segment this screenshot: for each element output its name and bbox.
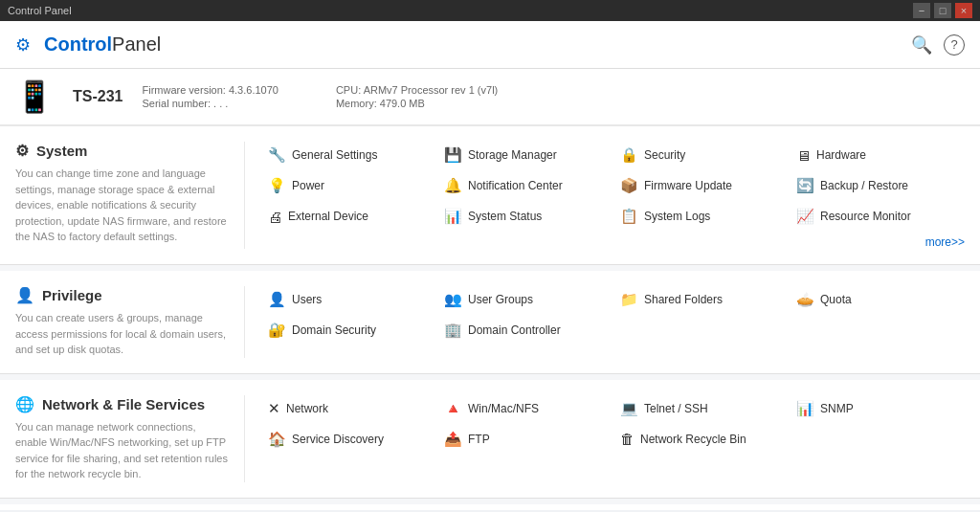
item-quota[interactable]: 🥧 Quota [789, 286, 965, 313]
device-icon: 📱 [15, 78, 54, 115]
item-system-status[interactable]: 📊 System Status [436, 203, 612, 230]
item-domain-security[interactable]: 🔐 Domain Security [260, 317, 436, 344]
item-snmp[interactable]: 📊 SNMP [789, 395, 965, 422]
item-label: Win/Mac/NFS [468, 402, 539, 415]
item-resource-monitor[interactable]: 📈 Resource Monitor [789, 203, 965, 230]
gear-icon: ⚙ [15, 34, 31, 56]
item-label: Storage Manager [468, 148, 557, 162]
serial-number: Serial number: . . . [142, 98, 278, 109]
item-system-logs[interactable]: 📋 System Logs [612, 203, 789, 230]
item-icon: 🖨 [268, 209, 282, 225]
title-bar: Control Panel − □ × [0, 0, 980, 21]
section-system-title: ⚙ System [15, 142, 229, 160]
item-service-discovery[interactable]: 🏠 Service Discovery [260, 426, 436, 453]
section-title-icon: ⚙ [15, 142, 29, 160]
item-icon: 🥧 [796, 291, 814, 308]
item-domain-controller[interactable]: 🏢 Domain Controller [436, 317, 612, 344]
item-label: Notification Center [468, 179, 563, 192]
item-icon: 🏢 [444, 322, 462, 339]
item-network[interactable]: ✕ Network [260, 395, 436, 422]
item-icon: 🏠 [268, 431, 286, 448]
item-icon: ✕ [268, 400, 280, 417]
close-button[interactable]: × [955, 3, 972, 18]
search-icon[interactable]: 🔍 [911, 34, 932, 56]
item-icon: 🗑 [620, 431, 635, 447]
section-system: ⚙ SystemYou can change time zone and lan… [0, 126, 980, 265]
maximize-button[interactable]: □ [934, 3, 951, 18]
item-icon: 👥 [444, 291, 462, 308]
section-title-icon: 👤 [15, 286, 34, 304]
item-label: Users [292, 293, 322, 306]
item-telnet---ssh[interactable]: 💻 Telnet / SSH [612, 395, 789, 422]
section-network-items: ✕ Network🔺 Win/Mac/NFS💻 Telnet / SSH📊 SN… [245, 395, 965, 482]
item-label: Security [644, 148, 685, 162]
section-system-desc: You can change time zone and language se… [15, 166, 229, 245]
section-network-title: 🌐 Network & File Services [15, 395, 229, 413]
firmware-version: Firmware version: 4.3.6.1070 [142, 84, 278, 96]
section-privilege-items: 👤 Users👥 User Groups📁 Shared Folders🥧 Qu… [245, 286, 965, 358]
item-general-settings[interactable]: 🔧 General Settings [260, 142, 436, 168]
section-privilege-left: 👤 PrivilegeYou can create users & groups… [15, 286, 245, 358]
item-label: Network Recycle Bin [640, 433, 746, 446]
section-title-text: Network & File Services [42, 396, 205, 412]
item-ftp[interactable]: 📤 FTP [436, 426, 612, 453]
item-external-device[interactable]: 🖨 External Device [260, 203, 436, 230]
cpu-info: CPU: ARMv7 Processor rev 1 (v7l) [336, 84, 498, 96]
section-title-icon: 🌐 [15, 395, 34, 413]
item-label: Telnet / SSH [644, 402, 708, 415]
item-icon: 🔐 [268, 322, 286, 339]
help-icon[interactable]: ? [944, 34, 965, 56]
item-label: Power [292, 179, 324, 192]
item-backup---restore[interactable]: 🔄 Backup / Restore [789, 172, 965, 199]
item-label: Backup / Restore [820, 179, 908, 192]
item-icon: 📊 [796, 400, 814, 417]
item-label: Shared Folders [644, 293, 723, 306]
item-storage-manager[interactable]: 💾 Storage Manager [436, 142, 612, 168]
item-power[interactable]: 💡 Power [260, 172, 436, 199]
item-label: General Settings [292, 148, 377, 162]
item-users[interactable]: 👤 Users [260, 286, 436, 313]
main-content: ⚙ SystemYou can change time zone and lan… [0, 126, 980, 510]
section-network-desc: You can manage network connections, enab… [15, 419, 229, 482]
header-left: ⚙ ControlPanel [15, 33, 161, 56]
item-security[interactable]: 🔒 Security [612, 142, 789, 168]
item-label: External Device [288, 210, 368, 223]
item-notification-center[interactable]: 🔔 Notification Center [436, 172, 612, 199]
item-icon: 🔒 [620, 146, 638, 164]
device-bar: 📱 TS-231 Firmware version: 4.3.6.1070 Se… [0, 69, 980, 126]
item-firmware-update[interactable]: 📦 Firmware Update [612, 172, 789, 199]
header-icons: 🔍 ? [911, 34, 965, 56]
app-logo: ControlPanel [44, 33, 161, 56]
item-icon: 📦 [620, 177, 638, 194]
item-network-recycle-bin[interactable]: 🗑 Network Recycle Bin [612, 426, 789, 453]
item-user-groups[interactable]: 👥 User Groups [436, 286, 612, 313]
item-icon: 📊 [444, 208, 462, 225]
device-name-wrapper: TS-231 [73, 88, 122, 105]
title-bar-controls: − □ × [913, 3, 972, 18]
item-icon: 🔺 [444, 400, 462, 417]
section-system-left: ⚙ SystemYou can change time zone and lan… [15, 142, 245, 249]
item-label: System Logs [644, 210, 710, 223]
header: ⚙ ControlPanel 🔍 ? [0, 21, 980, 69]
section-privilege-title: 👤 Privilege [15, 286, 229, 304]
item-label: FTP [468, 433, 490, 446]
device-info-left: Firmware version: 4.3.6.1070 Serial numb… [142, 84, 278, 109]
item-icon: 💾 [444, 146, 462, 164]
item-icon: 💡 [268, 177, 286, 194]
item-win-mac-nfs[interactable]: 🔺 Win/Mac/NFS [436, 395, 612, 422]
device-info-right: CPU: ARMv7 Processor rev 1 (v7l) Memory:… [336, 84, 498, 109]
item-icon: 🔔 [444, 177, 462, 194]
item-icon: 📁 [620, 291, 638, 308]
section-system-more[interactable]: more>> [789, 235, 965, 249]
item-label: System Status [468, 210, 542, 223]
section-system-items: 🔧 General Settings💾 Storage Manager🔒 Sec… [245, 142, 965, 249]
item-label: SNMP [820, 402, 854, 415]
minimize-button[interactable]: − [913, 3, 930, 18]
item-shared-folders[interactable]: 📁 Shared Folders [612, 286, 789, 313]
item-icon: 👤 [268, 291, 286, 308]
item-icon: 📤 [444, 431, 462, 448]
item-label: Hardware [816, 148, 866, 162]
memory-info: Memory: 479.0 MB [336, 98, 498, 109]
item-hardware[interactable]: 🖥 Hardware [789, 142, 965, 168]
item-label: Domain Security [292, 323, 376, 337]
